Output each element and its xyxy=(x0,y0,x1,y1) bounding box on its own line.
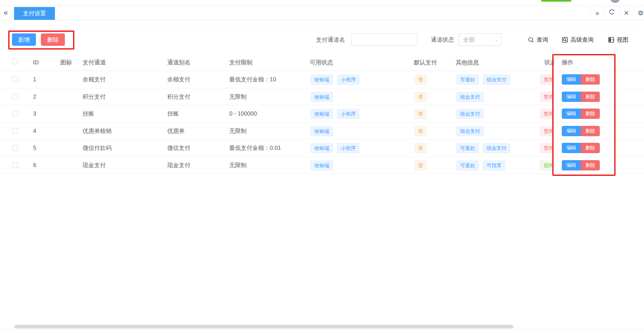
default-badge: 否 xyxy=(414,75,427,85)
cell-limit: 最低支付金额：0.01 xyxy=(229,139,281,156)
info-tag: 组合支付 xyxy=(456,126,484,136)
available-tag: 小程序 xyxy=(337,75,359,85)
col-header-id: ID xyxy=(33,54,39,71)
actions-row: 编辑删除 xyxy=(554,157,636,174)
query-button[interactable]: 查询 xyxy=(528,33,548,46)
edit-button[interactable]: 编辑 xyxy=(562,160,581,170)
cell-limit: 0 - 100000 xyxy=(229,105,257,122)
cell-limit: 无限制 xyxy=(229,88,247,105)
cell-channel: 微信付款码 xyxy=(83,139,112,156)
cell-id: 2 xyxy=(33,88,36,105)
available-tag: 收银端 xyxy=(311,126,333,136)
col-header-available: 可用状态 xyxy=(310,54,333,71)
cell-default: 否 xyxy=(414,75,431,85)
advanced-query-button[interactable]: 高级查询 xyxy=(562,33,594,46)
select-all-checkbox[interactable] xyxy=(12,59,18,64)
table-body: 1 余额支付 余额支付 最低支付金额：10 收银端小程序 否 可退款组合支付 禁… xyxy=(0,71,644,174)
edit-button[interactable]: 编辑 xyxy=(562,126,581,136)
available-tag: 小程序 xyxy=(337,109,359,119)
cell-id: 6 xyxy=(33,157,36,174)
green-button-fragment xyxy=(541,0,571,2)
available-tag: 收银端 xyxy=(311,161,333,170)
channel-name-input[interactable] xyxy=(351,33,417,46)
info-tag: 可退款 xyxy=(456,75,479,85)
cell-default: 否 xyxy=(414,92,431,102)
cell-info: 可退款组合支付 xyxy=(456,143,514,153)
table-row: 5 微信付款码 微信支付 最低支付金额：0.01 收银端小程序 否 可退款组合支… xyxy=(0,139,644,157)
actions-fixed-column: 操作 编辑删除 编辑删除 编辑删除 编辑删除 编辑删除 xyxy=(554,54,636,174)
actions-row: 编辑删除 xyxy=(554,105,636,123)
col-header-info: 其他信息 xyxy=(456,54,479,71)
edit-button[interactable]: 编辑 xyxy=(562,74,581,85)
view-layout-icon xyxy=(608,37,614,43)
edit-button[interactable]: 编辑 xyxy=(562,92,581,102)
info-tag: 可退款 xyxy=(456,143,479,153)
table-row: 4 优惠券核销 优惠券 无限制 收银端 否 组合支付 禁用 xyxy=(0,123,644,140)
cell-info: 可退款组合支付 xyxy=(456,75,514,85)
cell-info: 组合支付 xyxy=(456,126,488,136)
actions-row: 编辑删除 xyxy=(554,71,636,88)
info-tag: 可退款 xyxy=(456,161,479,170)
search-icon xyxy=(528,37,534,43)
col-header-actions: 操作 xyxy=(554,54,636,71)
channel-status-label: 通道状态 xyxy=(431,33,454,46)
bottom-border xyxy=(0,329,644,330)
cell-id: 3 xyxy=(33,105,36,122)
cell-limit: 无限制 xyxy=(229,157,247,174)
row-delete-button[interactable]: 删除 xyxy=(581,126,600,136)
panel-top-border xyxy=(8,30,636,30)
row-checkbox[interactable] xyxy=(12,76,18,82)
col-header-alias: 通道别名 xyxy=(167,54,190,71)
add-button[interactable]: 新增 xyxy=(12,33,36,46)
cell-available: 收银端小程序 xyxy=(311,109,364,119)
close-icon[interactable]: × xyxy=(619,6,633,20)
refresh-icon[interactable] xyxy=(605,6,619,20)
cell-id: 4 xyxy=(33,123,36,139)
tab-payment-settings[interactable]: 支付设置 xyxy=(14,7,55,20)
cell-id: 1 xyxy=(33,71,36,88)
row-checkbox[interactable] xyxy=(12,145,18,151)
info-tag: 组合支付 xyxy=(456,92,484,102)
cell-default: 否 xyxy=(414,161,431,170)
row-checkbox[interactable] xyxy=(12,128,18,134)
row-delete-button[interactable]: 删除 xyxy=(581,109,600,119)
row-checkbox[interactable] xyxy=(12,111,18,116)
cell-info: 组合支付 xyxy=(456,92,488,102)
row-delete-button[interactable]: 删除 xyxy=(581,160,600,170)
cell-available: 收银端小程序 xyxy=(311,75,364,85)
horizontal-scrollbar-thumb[interactable] xyxy=(14,325,513,329)
info-tag: 可找零 xyxy=(483,161,505,170)
col-header-default: 默认支付 xyxy=(414,54,437,71)
avatar[interactable] xyxy=(610,0,620,3)
settings-icon[interactable]: ⚙ xyxy=(634,6,644,20)
col-header-channel: 支付通道 xyxy=(83,54,106,71)
row-delete-button[interactable]: 删除 xyxy=(581,74,600,85)
cell-alias: 现金支付 xyxy=(167,157,190,174)
tab-bar: « 支付设置 » × ⚙ xyxy=(0,6,644,20)
row-delete-button[interactable]: 删除 xyxy=(581,92,600,102)
info-tag: 组合支付 xyxy=(483,143,510,153)
view-button[interactable]: 视图 xyxy=(608,33,628,46)
row-checkbox[interactable] xyxy=(12,94,18,99)
cell-available: 收银端 xyxy=(311,161,337,170)
expand-tabs-icon[interactable]: » xyxy=(590,6,604,20)
available-tag: 收银端 xyxy=(311,109,333,119)
table-header-row: ID 图标 支付通道 通道别名 支付限制 可用状态 默认支付 其他信息 状态 xyxy=(0,54,644,71)
delete-button[interactable]: 删除 xyxy=(41,33,65,46)
info-tag: 组合支付 xyxy=(483,75,510,85)
edit-button[interactable]: 编辑 xyxy=(562,143,581,153)
row-checkbox[interactable] xyxy=(12,162,18,168)
top-strip xyxy=(0,0,644,6)
actions-row: 编辑删除 xyxy=(554,139,636,157)
channel-status-select[interactable]: 全部 ⌄ xyxy=(459,33,502,46)
collapse-sidebar-icon[interactable]: « xyxy=(4,8,8,17)
edit-button[interactable]: 编辑 xyxy=(562,109,581,119)
row-delete-button[interactable]: 删除 xyxy=(581,143,600,153)
default-badge: 否 xyxy=(414,143,427,153)
cell-id: 5 xyxy=(33,139,36,156)
cell-available: 收银端小程序 xyxy=(311,143,364,153)
cell-channel: 优惠券核销 xyxy=(83,123,112,139)
cell-limit: 无限制 xyxy=(229,123,247,139)
cell-limit: 最低支付金额：10 xyxy=(229,71,276,88)
cell-info: 组合支付 xyxy=(456,109,488,119)
